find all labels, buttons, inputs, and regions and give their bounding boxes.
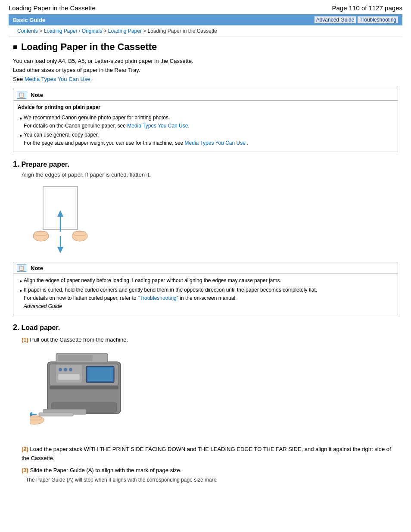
- svg-marker-9: [57, 247, 63, 253]
- step-2-title: 2. Load paper.: [13, 323, 398, 332]
- note-header-1: 📋 Note: [13, 89, 398, 101]
- note-box-1: 📋 Note Advice for printing on plain pape…: [13, 89, 398, 152]
- svg-rect-26: [30, 417, 41, 420]
- nav-bar-right: Advanced Guide Troubleshooting: [314, 16, 398, 23]
- svg-rect-3: [34, 232, 47, 235]
- printer-illustration: [30, 349, 398, 441]
- step-2-sub3-note: The Paper Guide (A) will stop when it al…: [26, 477, 398, 483]
- svg-rect-22: [39, 413, 73, 416]
- note-list-2: Align the edges of paper neatly before l…: [18, 277, 393, 311]
- note2-advanced-guide: Advanced Guide: [24, 303, 62, 309]
- step-2-sub3-text: Slide the Paper Guide (A) to align with …: [30, 467, 182, 473]
- page-header-title: Loading Paper in the Cassette: [9, 4, 96, 12]
- step-2-sub1-text: Pull out the Cassette from the machine.: [30, 336, 128, 343]
- note-content-1: Advice for printing on plain paper We re…: [13, 101, 398, 152]
- breadcrumb-loading-paper[interactable]: Loading Paper: [108, 28, 142, 34]
- step-2-sub2: (2) Load the paper stack WITH THE PRINT …: [22, 445, 398, 463]
- step-1: 1. Prepare paper. Align the edges of pap…: [13, 160, 398, 257]
- page-number: Page 110 of 1127 pages: [332, 4, 402, 12]
- breadcrumb-contents[interactable]: Contents: [17, 28, 38, 34]
- intro-media-types-link[interactable]: Media Types You Can Use: [25, 76, 90, 82]
- svg-rect-18: [87, 367, 113, 381]
- svg-rect-16: [58, 374, 80, 380]
- page-header: Loading Paper in the Cassette Page 110 o…: [0, 0, 411, 14]
- breadcrumb-loading-originals[interactable]: Loading Paper / Originals: [44, 28, 102, 34]
- note1-media-link-2[interactable]: Media Types You Can Use: [185, 140, 246, 146]
- step-2-sub2-label: (2): [22, 446, 28, 452]
- svg-rect-19: [50, 386, 118, 389]
- note-icon-1: 📋: [17, 91, 26, 99]
- note1-media-link-1[interactable]: Media Types You Can Use: [127, 123, 188, 129]
- note-subtitle-1: Advice for printing on plain paper: [18, 103, 393, 112]
- printer-svg: [30, 349, 138, 439]
- note-box-2: 📋 Note Align the edges of paper neatly b…: [13, 262, 398, 315]
- step-2-sub3: (3) Slide the Paper Guide (A) to align w…: [22, 466, 398, 475]
- note-list-1: We recommend Canon genuine photo paper f…: [18, 114, 393, 148]
- note-icon-2: 📋: [17, 264, 26, 272]
- step-2-sub1-label: (1): [22, 336, 28, 343]
- note-item-2-2: If paper is curled, hold the curled corn…: [19, 286, 393, 311]
- svg-point-13: [59, 368, 62, 371]
- svg-point-15: [69, 368, 72, 371]
- breadcrumb: Contents > Loading Paper / Originals > L…: [9, 25, 402, 37]
- troubleshooting-link[interactable]: Troubleshooting: [358, 16, 398, 23]
- step-1-desc: Align the edges of paper. If paper is cu…: [22, 171, 398, 178]
- note-title-2: Note: [31, 265, 43, 271]
- note-content-2: Align the edges of paper neatly before l…: [13, 274, 398, 315]
- paper-illustration: [30, 182, 398, 257]
- step-2: 2. Load paper. (1) Pull out the Cassette…: [13, 323, 398, 483]
- step-2-sub2-text: Load the paper stack WITH THE PRINT SIDE…: [22, 446, 391, 461]
- note-title-1: Note: [31, 92, 43, 98]
- note-item-1-1: We recommend Canon genuine photo paper f…: [19, 114, 393, 130]
- main-content: Loading Paper in the Cassette You can lo…: [0, 37, 411, 496]
- paper-align-svg: [30, 182, 90, 255]
- advanced-guide-link[interactable]: Advanced Guide: [314, 16, 356, 23]
- svg-rect-5: [73, 232, 86, 235]
- page-title: Loading Paper in the Cassette: [13, 41, 398, 53]
- note2-troubleshooting-link[interactable]: Troubleshooting: [140, 295, 177, 301]
- intro-text: You can load only A4, B5, A5, or Letter-…: [13, 57, 398, 84]
- note-item-1-2: You can use general copy paper. For the …: [19, 131, 393, 147]
- note-item-2-1: Align the edges of paper neatly before l…: [19, 277, 393, 285]
- nav-bar: Basic Guide Advanced Guide Troubleshooti…: [9, 14, 402, 25]
- step-2-sub3-label: (3): [22, 467, 28, 473]
- svg-point-14: [64, 368, 67, 371]
- svg-rect-28: [58, 355, 93, 361]
- note-header-2: 📋 Note: [13, 262, 398, 274]
- step-1-title: 1. Prepare paper.: [13, 160, 398, 169]
- basic-guide-label: Basic Guide: [13, 17, 45, 23]
- step-2-sub1: (1) Pull out the Cassette from the machi…: [22, 336, 398, 345]
- breadcrumb-current: Loading Paper in the Cassette: [148, 28, 217, 34]
